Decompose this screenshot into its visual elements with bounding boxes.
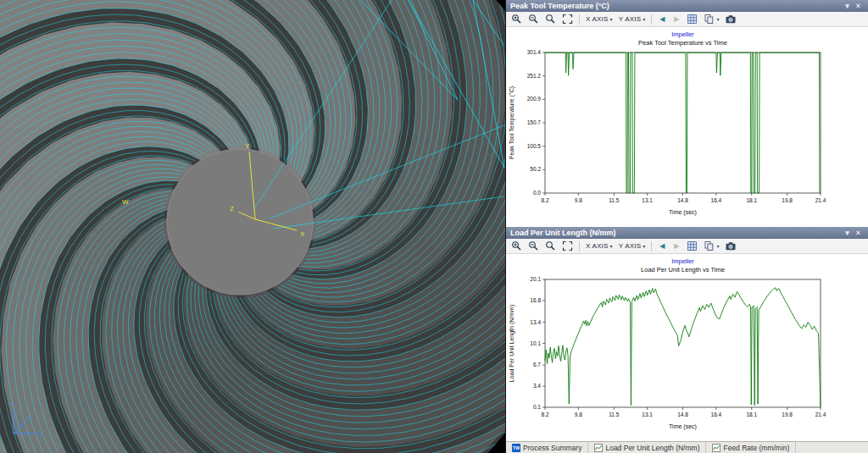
panel-menu-caret-icon[interactable]: ▾ [842,0,853,12]
chart-icon [712,444,721,452]
svg-text:11.5: 11.5 [609,197,620,203]
svg-text:19.8: 19.8 [782,412,793,417]
panel-load-per-unit-length: Load Per Unit Length (N/mm) ▾ × X AXIS▾ … [506,227,868,441]
svg-text:18.1: 18.1 [746,197,757,203]
svg-text:Time (sec): Time (sec) [669,209,697,216]
svg-text:16.8: 16.8 [530,297,541,303]
svg-text:16.4: 16.4 [711,197,722,203]
svg-text:X: X [300,230,305,238]
chart-toolbar: X AXIS▾ Y AXIS▾ ◀ ▶ ▾ [506,239,868,254]
y-axis-dropdown[interactable]: Y AXIS▾ [616,13,648,25]
zoom-in-button[interactable] [509,13,525,25]
svg-text:11.5: 11.5 [609,412,620,417]
svg-text:W: W [122,198,129,206]
x-axis-dropdown[interactable]: X AXIS▾ [583,240,615,252]
chevron-down-icon: ▾ [716,16,719,22]
svg-text:Impeller: Impeller [671,30,694,38]
toolbar-separator [579,14,580,25]
svg-text:14.8: 14.8 [677,197,688,203]
svg-text:21.4: 21.4 [815,197,826,203]
chevron-down-icon: ▾ [610,243,613,249]
panel-close-icon[interactable]: × [853,0,864,12]
panel-header[interactable]: Peak Tool Temperature (°C) ▾ × [506,0,868,12]
screenshot-button[interactable] [722,240,739,252]
fit-view-button[interactable] [559,13,576,25]
chart-icon [594,444,603,452]
chart-panels-column: Peak Tool Temperature (°C) ▾ × X AXIS▾ Y… [505,0,868,453]
svg-text:301.4: 301.4 [527,49,542,55]
panel-title: Peak Tool Temperature (°C) [510,2,842,10]
copy-button[interactable]: ▾ [701,13,721,25]
svg-text:Load Per Unit Length vs Time: Load Per Unit Length vs Time [641,266,725,273]
grid-toggle-button[interactable] [684,240,700,252]
chevron-down-icon: ▾ [716,243,719,249]
3d-viewport[interactable]: YXZWYXZ [0,0,505,453]
toolbar-separator [651,14,652,25]
y-axis-label: Y AXIS [619,242,641,250]
svg-text:251.2: 251.2 [527,73,542,79]
svg-text:8.2: 8.2 [541,412,548,417]
x-axis-dropdown[interactable]: X AXIS▾ [583,13,615,25]
svg-text:9.8: 9.8 [575,412,582,417]
next-view-button[interactable]: ▶ [670,240,683,252]
tab-load-per-unit-length[interactable]: Load Per Unit Length (N/mm) [588,442,706,453]
bottom-tab-bar: TW Process Summary Load Per Unit Length … [506,441,868,453]
peak-tool-temperature-chart[interactable]: ImpellerPeak Tool Temperature vs Time8.2… [506,27,868,227]
toolbar-separator [579,241,580,251]
prev-view-button[interactable]: ◀ [655,13,669,25]
panel-close-icon[interactable]: × [853,227,864,239]
svg-text:Z: Z [26,416,31,422]
svg-text:Load Per Unit Length (N/mm): Load Per Unit Length (N/mm) [509,305,515,382]
zoom-in-button[interactable] [509,240,525,252]
panel-menu-caret-icon[interactable]: ▾ [842,227,853,239]
svg-text:10.1: 10.1 [530,340,541,346]
x-axis-label: X AXIS [586,242,609,250]
impeller-3d-view[interactable]: YXZWYXZ [0,0,505,453]
tw-logo-icon: TW [512,444,520,452]
svg-text:8.2: 8.2 [541,197,548,203]
fit-view-button[interactable] [559,240,576,252]
zoom-window-button[interactable] [542,13,559,25]
load-per-unit-length-chart[interactable]: ImpellerLoad Per Unit Length vs Time8.29… [506,254,868,441]
app-window: YXZWYXZ Peak Tool Temperature (°C) ▾ × X… [0,0,868,453]
svg-text:21.4: 21.4 [815,412,826,417]
chevron-down-icon: ▾ [610,16,613,22]
tab-process-summary[interactable]: TW Process Summary [506,442,588,453]
svg-text:13.1: 13.1 [642,197,653,203]
svg-text:Y: Y [10,401,14,407]
svg-text:14.8: 14.8 [677,412,688,417]
grid-toggle-button[interactable] [684,13,700,25]
y-axis-dropdown[interactable]: Y AXIS▾ [616,240,648,252]
svg-text:20.1: 20.1 [530,276,541,282]
svg-text:100.5: 100.5 [527,143,542,149]
svg-text:Impeller: Impeller [671,257,694,265]
svg-text:Time (sec): Time (sec) [669,423,697,430]
prev-view-button[interactable]: ◀ [655,240,669,252]
svg-text:18.1: 18.1 [746,412,757,417]
svg-text:0.0: 0.0 [533,190,541,196]
tab-feed-rate[interactable]: Feed Rate (mm/min) [706,442,796,453]
screenshot-button[interactable] [722,13,739,25]
y-axis-label: Y AXIS [619,15,641,23]
toolbar-separator [651,241,652,251]
chart-toolbar: X AXIS▾ Y AXIS▾ ◀ ▶ ▾ [506,12,868,27]
svg-text:Z: Z [230,205,234,213]
svg-text:Peak Tool Temperature vs Time: Peak Tool Temperature vs Time [638,39,727,47]
svg-text:0.1: 0.1 [533,404,541,410]
chevron-down-icon: ▾ [643,16,645,22]
svg-text:13.1: 13.1 [642,412,653,417]
svg-text:9.8: 9.8 [575,197,582,203]
svg-text:200.9: 200.9 [527,96,542,102]
tab-label: Feed Rate (mm/min) [723,444,789,452]
copy-button[interactable]: ▾ [701,240,721,252]
svg-text:6.7: 6.7 [533,362,541,367]
panel-header[interactable]: Load Per Unit Length (N/mm) ▾ × [506,227,868,239]
zoom-out-button[interactable] [526,13,542,25]
svg-text:150.7: 150.7 [527,119,542,125]
zoom-window-button[interactable] [542,240,559,252]
zoom-out-button[interactable] [526,240,542,252]
svg-text:19.8: 19.8 [782,197,793,203]
tab-label: Process Summary [523,444,581,452]
next-view-button[interactable]: ▶ [670,13,683,25]
svg-text:Y: Y [245,142,250,150]
